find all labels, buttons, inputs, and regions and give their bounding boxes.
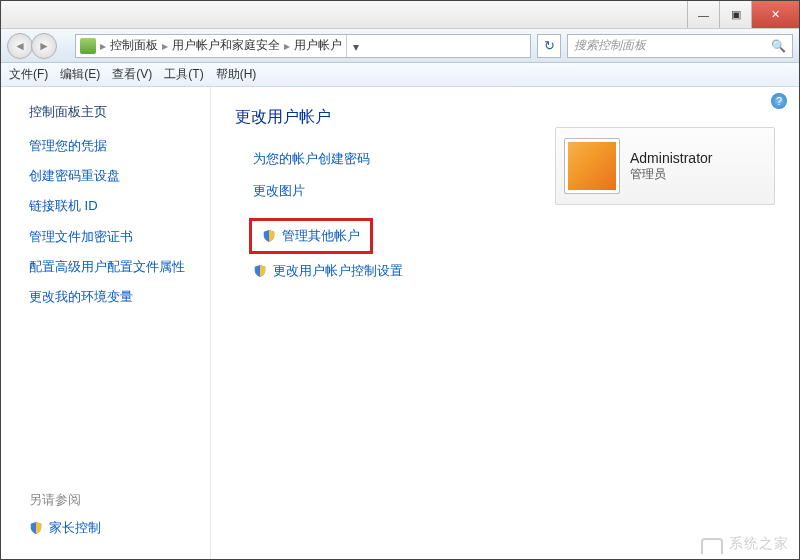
chevron-right-icon: ▸ [100,39,106,53]
close-button[interactable]: ✕ [751,1,799,28]
breadcrumb-item[interactable]: 用户帐户和家庭安全 [172,37,280,54]
sidebar: 控制面板主页 管理您的凭据 创建密码重设盘 链接联机 ID 管理文件加密证书 配… [1,87,211,559]
control-panel-icon [80,38,96,54]
breadcrumb-item[interactable]: 控制面板 [110,37,158,54]
sidebar-item-link-online-id[interactable]: 链接联机 ID [29,197,194,215]
user-role: 管理员 [630,166,712,183]
sidebar-item-password-reset[interactable]: 创建密码重设盘 [29,167,194,185]
maximize-button[interactable]: ▣ [719,1,751,28]
task-change-uac[interactable]: 更改用户帐户控制设置 [253,262,775,280]
sidebar-item-label: 家长控制 [49,519,101,537]
refresh-button[interactable]: ↻ [537,34,561,58]
sidebar-item-advanced-profile[interactable]: 配置高级用户配置文件属性 [29,258,194,276]
search-placeholder: 搜索控制面板 [574,37,646,54]
task-manage-other-accounts[interactable]: 管理其他帐户 [262,227,360,245]
forward-button[interactable]: ► [31,33,57,59]
chevron-right-icon: ▸ [162,39,168,53]
shield-icon [253,264,267,278]
user-account-tile[interactable]: Administrator 管理员 [555,127,775,205]
user-name: Administrator [630,150,712,166]
nav-buttons: ◄ ► [7,33,69,59]
avatar [564,138,620,194]
page-title: 更改用户帐户 [235,107,775,128]
chevron-right-icon: ▸ [284,39,290,53]
back-button[interactable]: ◄ [7,33,33,59]
breadcrumb-dropdown[interactable]: ▾ [346,35,364,57]
task-label: 更改用户帐户控制设置 [273,262,403,280]
see-also-label: 另请参阅 [29,491,194,509]
task-label: 管理其他帐户 [282,227,360,245]
sidebar-item-credentials[interactable]: 管理您的凭据 [29,137,194,155]
minimize-button[interactable]: — [687,1,719,28]
watermark-text: 系统之家 [729,535,789,553]
search-input[interactable]: 搜索控制面板 🔍 [567,34,793,58]
breadcrumb[interactable]: ▸ 控制面板 ▸ 用户帐户和家庭安全 ▸ 用户帐户 ▾ [75,34,531,58]
menu-edit[interactable]: 编辑(E) [60,66,100,83]
title-bar: — ▣ ✕ [1,1,799,29]
menu-help[interactable]: 帮助(H) [216,66,257,83]
menu-tools[interactable]: 工具(T) [164,66,203,83]
shield-icon [29,521,43,535]
main-panel: 更改用户帐户 为您的帐户创建密码 更改图片 管理其他帐户 更改用户帐户控制设置 [211,87,799,559]
watermark: 系统之家 [701,535,789,553]
search-icon[interactable]: 🔍 [771,39,786,53]
house-icon [701,538,723,554]
menu-view[interactable]: 查看(V) [112,66,152,83]
breadcrumb-item[interactable]: 用户帐户 [294,37,342,54]
menu-bar: 文件(F) 编辑(E) 查看(V) 工具(T) 帮助(H) [1,63,799,87]
address-bar: ◄ ► ▸ 控制面板 ▸ 用户帐户和家庭安全 ▸ 用户帐户 ▾ ↻ 搜索控制面板… [1,29,799,63]
highlight-box: 管理其他帐户 [249,218,373,254]
sidebar-item-env-vars[interactable]: 更改我的环境变量 [29,288,194,306]
menu-file[interactable]: 文件(F) [9,66,48,83]
sidebar-item-encryption-cert[interactable]: 管理文件加密证书 [29,228,194,246]
content-area: 控制面板主页 管理您的凭据 创建密码重设盘 链接联机 ID 管理文件加密证书 配… [1,87,799,559]
sidebar-header[interactable]: 控制面板主页 [29,103,194,121]
user-info: Administrator 管理员 [630,150,712,183]
shield-icon [262,229,276,243]
sidebar-item-parental[interactable]: 家长控制 [29,519,194,537]
